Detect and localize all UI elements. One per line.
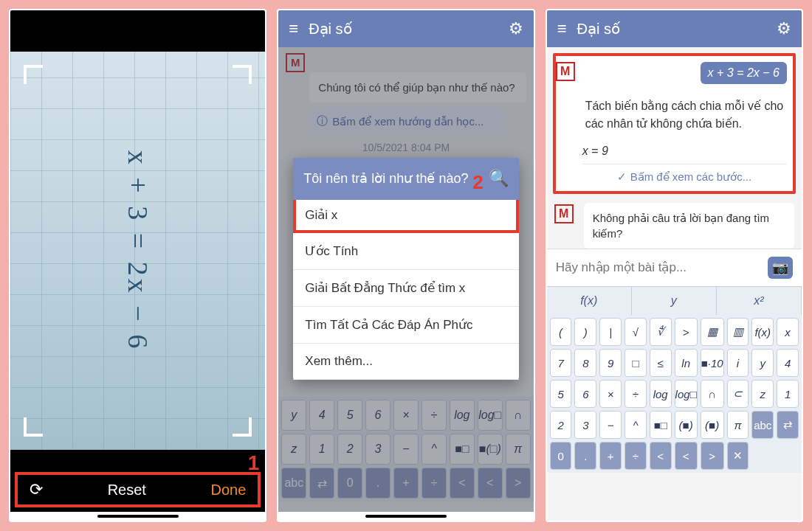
gear-icon[interactable]: ⚙ bbox=[777, 19, 791, 38]
app-avatar-icon: M bbox=[556, 62, 575, 81]
key-×[interactable]: × bbox=[599, 380, 622, 408]
tab-f(x)[interactable]: f(x) bbox=[547, 287, 632, 315]
step-marker-1: 1 bbox=[248, 451, 260, 475]
answer-mode-modal: Tôi nên trả lời như thế nào? 2 🔍 Giải xƯ… bbox=[293, 158, 518, 380]
option--c-t-nh[interactable]: Ước Tính bbox=[293, 233, 518, 270]
solution-card: M x + 3 = 2x − 6 Tách biến bằng cách chi… bbox=[553, 53, 796, 194]
key-π[interactable]: π bbox=[727, 411, 749, 439]
camera-viewfinder[interactable]: x + 3 = 2x − 6 bbox=[10, 52, 265, 450]
key-0[interactable]: 0 bbox=[550, 442, 572, 470]
option-t-m-t-t-c-c-c-p-n-ph-c[interactable]: Tìm Tất Cả Các Đáp Án Phức bbox=[293, 307, 518, 344]
option-xem-th-m-[interactable]: Xem thêm... bbox=[293, 344, 518, 380]
reset-button[interactable]: Reset bbox=[108, 482, 146, 499]
option-gi-i-b-t-ng-th-c-t-m-x[interactable]: Giải Bất Đẳng Thức để tìm x bbox=[293, 270, 518, 307]
rotate-icon[interactable]: ⟳ bbox=[30, 480, 43, 499]
chat-area: M Chúng tôi có thể giúp bạn như thế nào?… bbox=[278, 47, 533, 512]
key-÷[interactable]: ÷ bbox=[625, 380, 647, 408]
app-header: ≡ Đại số ⚙ bbox=[278, 10, 533, 47]
page-title: Đại số bbox=[309, 20, 498, 38]
tab-y[interactable]: y bbox=[632, 287, 717, 315]
key-f(x)[interactable]: f(x) bbox=[751, 318, 774, 346]
key-7[interactable]: 7 bbox=[550, 349, 572, 377]
explanation-text: Tách biến bằng cách chia mỗi vế cho các … bbox=[582, 90, 787, 140]
equation-chip: x + 3 = 2x − 6 bbox=[701, 62, 787, 84]
key-9[interactable]: 9 bbox=[599, 349, 622, 377]
gear-icon[interactable]: ⚙ bbox=[509, 19, 523, 38]
done-button[interactable]: Done bbox=[211, 482, 247, 499]
panel-options: ≡ Đại số ⚙ M Chúng tôi có thể giúp bạn n… bbox=[277, 9, 534, 522]
input-bar: 📷 bbox=[547, 249, 802, 286]
key-(■)[interactable]: (■) bbox=[701, 411, 724, 439]
key->[interactable]: > bbox=[701, 442, 724, 470]
key-□[interactable]: □ bbox=[625, 349, 647, 377]
key-2[interactable]: 2 bbox=[550, 411, 572, 439]
key-.[interactable]: . bbox=[574, 442, 596, 470]
key-)[interactable]: ) bbox=[574, 318, 596, 346]
key-⇄[interactable]: ⇄ bbox=[777, 411, 799, 439]
handwritten-equation: x + 3 = 2x − 6 bbox=[122, 150, 154, 351]
key-1[interactable]: 1 bbox=[777, 380, 799, 408]
key->[interactable]: > bbox=[675, 318, 698, 346]
keyboard-tabs: f(x)yx² bbox=[547, 286, 802, 315]
page-title: Đại số bbox=[577, 20, 766, 38]
math-keyboard: ()|√∜>▦▥f(x)x789□≤ln■·10iy456×÷loglog□∩⊂… bbox=[547, 315, 802, 473]
problem-input[interactable] bbox=[556, 260, 768, 275]
key-⊂[interactable]: ⊂ bbox=[727, 380, 749, 408]
key-▥[interactable]: ▥ bbox=[727, 318, 749, 346]
key-∜[interactable]: ∜ bbox=[650, 318, 672, 346]
home-indicator bbox=[278, 512, 533, 521]
key-8[interactable]: 8 bbox=[574, 349, 596, 377]
key-([interactable]: ( bbox=[550, 318, 572, 346]
menu-icon[interactable]: ≡ bbox=[557, 19, 567, 38]
key-6[interactable]: 6 bbox=[574, 380, 596, 408]
option-gi-i-x[interactable]: Giải x bbox=[293, 200, 518, 233]
key-■·10[interactable]: ■·10 bbox=[701, 349, 724, 377]
key-▦[interactable]: ▦ bbox=[701, 318, 724, 346]
key-3[interactable]: 3 bbox=[574, 411, 596, 439]
modal-title: Tôi nên trả lời như thế nào? bbox=[303, 170, 488, 187]
key-■□[interactable]: ■□ bbox=[650, 411, 672, 439]
key-log[interactable]: log bbox=[650, 380, 672, 408]
key-ln[interactable]: ln bbox=[675, 349, 698, 377]
key-−[interactable]: − bbox=[599, 411, 622, 439]
key-5[interactable]: 5 bbox=[550, 380, 572, 408]
solution-text: x = 9 bbox=[582, 145, 787, 158]
key-4[interactable]: 4 bbox=[777, 349, 799, 377]
search-icon[interactable]: 🔍 bbox=[489, 168, 509, 190]
camera-action-bar: ⟳ Reset Done bbox=[15, 472, 261, 507]
key-✕[interactable]: ✕ bbox=[727, 442, 749, 470]
key-<[interactable]: < bbox=[650, 442, 672, 470]
key-x[interactable]: x bbox=[777, 318, 799, 346]
key-(■)[interactable]: (■) bbox=[675, 411, 698, 439]
app-header: ≡ Đại số ⚙ bbox=[547, 10, 802, 47]
panel-camera: x + 3 = 2x − 6 1 ⟳ Reset Done bbox=[9, 9, 266, 522]
key-√[interactable]: √ bbox=[625, 318, 647, 346]
key-abc[interactable]: abc bbox=[751, 411, 774, 439]
camera-top-bar bbox=[10, 10, 265, 52]
app-avatar-icon: M bbox=[554, 204, 574, 223]
key-÷[interactable]: ÷ bbox=[625, 442, 647, 470]
followup-message: Không phải câu trả lời bạn đang tìm kiếm… bbox=[584, 203, 794, 249]
key-y[interactable]: y bbox=[751, 349, 774, 377]
key-<[interactable]: < bbox=[675, 442, 698, 470]
result-area: M x + 3 = 2x − 6 Tách biến bằng cách chi… bbox=[547, 47, 802, 521]
show-steps-link[interactable]: Bấm để xem các bước... bbox=[582, 164, 787, 185]
camera-icon[interactable]: 📷 bbox=[768, 257, 793, 279]
key-log□[interactable]: log□ bbox=[675, 380, 698, 408]
home-indicator bbox=[10, 512, 265, 521]
key-|[interactable]: | bbox=[599, 318, 622, 346]
step-marker-2: 2 bbox=[472, 170, 483, 195]
tab-x²[interactable]: x² bbox=[717, 287, 802, 315]
camera-bottom-bar: 1 ⟳ Reset Done bbox=[10, 450, 265, 512]
panel-result: ≡ Đại số ⚙ M x + 3 = 2x − 6 Tách biến bằ… bbox=[546, 9, 803, 522]
key-z[interactable]: z bbox=[751, 380, 774, 408]
key-∩[interactable]: ∩ bbox=[701, 380, 724, 408]
key-^[interactable]: ^ bbox=[625, 411, 647, 439]
key-≤[interactable]: ≤ bbox=[650, 349, 672, 377]
menu-icon[interactable]: ≡ bbox=[289, 19, 298, 38]
key-+[interactable]: + bbox=[599, 442, 622, 470]
key-i[interactable]: i bbox=[727, 349, 749, 377]
